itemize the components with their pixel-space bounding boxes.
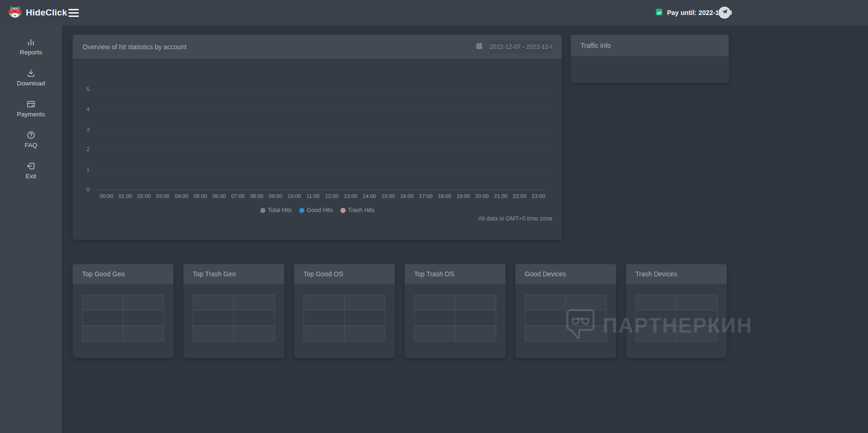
sidebar-item-faq[interactable]: FAQ [0,130,62,149]
exit-icon [26,161,36,171]
table-row [636,326,717,341]
table-cell [83,295,123,310]
table-cell [83,326,123,341]
chart-x-tick: 05:00 [194,193,207,199]
table-cell [415,326,455,341]
hit-statistics-chart: 00:0001:0002:0003:0004:0005:0006:0007:00… [73,59,562,240]
chart-x-tick: 23:00 [532,193,545,199]
table-cell [344,295,385,310]
table-cell [636,326,676,341]
chart-x-tick: 11:00 [307,193,320,199]
chart-plot-area: 00:0001:0002:0003:0004:0005:0006:0007:00… [95,89,545,190]
stat-card-trash-devices: Trash Devices [626,264,727,358]
table-cell [525,326,566,341]
chart-x-tick: 04:00 [175,193,189,199]
chart-legend: Total Hits Good Hits Trash Hits [73,207,562,213]
card-title: Top Good OS [294,264,395,284]
brand-name: HideClick [26,8,67,18]
sidebar-item-payments[interactable]: Payments [0,99,62,118]
bar-chart-icon [26,38,36,47]
legend-item-total-hits[interactable]: Total Hits [260,207,292,213]
chart-gridline [95,89,545,90]
menu-hamburger-icon[interactable] [68,7,80,18]
timezone-note: All data in GMT+0 time zone [478,215,552,222]
table-cell [455,295,496,310]
dashboard-page: HideClick Pay until: 2022-12-09 [0,0,868,433]
table-row [193,295,274,310]
main-content: Overview of hit statistics by account [62,25,868,433]
table-row [83,295,164,310]
table-row [83,326,164,341]
sidebar-item-download[interactable]: Download [0,68,62,87]
card-title: Top Trash Geo [183,264,284,284]
table-row [415,326,496,341]
chart-y-tick: 0 [74,187,90,192]
telegram-avatar-button[interactable] [718,7,731,19]
chart-x-tick: 00:00 [100,193,113,199]
card-title: Good Devices [515,264,616,284]
chart-x-tick: 12:00 [325,193,339,199]
sidebar-item-label: Download [17,80,45,87]
sidebar-item-reports[interactable]: Reports [0,38,62,56]
card-title: Top Trash OS [405,264,506,284]
sidebar-item-label: Payments [17,111,45,118]
table-row [304,295,385,310]
table-row [83,310,164,326]
chart-y-tick: 2 [74,146,90,152]
chart-gridline [95,190,545,190]
table-cell [676,295,717,310]
legend-color-dot [260,208,265,213]
table-cell [83,311,123,326]
table-row [304,326,385,341]
stat-card-good-devices: Good Devices [515,264,616,358]
chart-x-tick: 09:00 [269,193,282,199]
sidebar-nav: Reports Download Payments FAQ Exit [0,25,62,433]
chart-x-tick: 07:00 [231,193,245,199]
table-cell [193,326,234,341]
paper-plane-icon [721,8,728,17]
table-cell [636,311,676,326]
chart-gridline [95,129,545,130]
traffic-info-header: Traffic info [571,35,729,56]
table-cell [234,295,274,310]
legend-item-good-hits[interactable]: Good Hits [299,207,333,213]
panel-title: Traffic info [581,42,611,49]
legend-label: Good Hits [307,207,333,213]
chart-gridline [95,109,545,110]
chart-x-tick: 01:00 [119,193,132,199]
hit-statistics-header: Overview of hit statistics by account [73,35,562,59]
table-cell [123,311,164,326]
table-cell [415,295,455,310]
chart-y-tick: 4 [74,106,90,112]
table-cell [123,326,164,341]
card-table [193,295,275,342]
table-row [525,326,606,341]
table-cell [344,311,385,326]
table-row [415,295,496,310]
question-circle-icon [26,130,36,140]
sidebar-item-label: Exit [26,173,37,180]
stat-card-top-trash-geo: Top Trash Geo [183,264,284,358]
date-range-picker [476,35,552,59]
table-cell [304,326,344,341]
chart-x-tick: 13:00 [344,193,357,199]
legend-color-dot [340,208,346,213]
chart-x-tick: 10:00 [287,193,301,199]
legend-item-trash-hits[interactable]: Trash Hits [340,207,375,213]
calendar-icon[interactable] [476,42,483,51]
table-cell [525,295,566,310]
table-row [304,310,385,326]
chart-x-tick: 21:00 [494,193,508,199]
sidebar-item-label: Reports [20,49,42,56]
table-cell [455,326,496,341]
chart-x-tick: 15:00 [381,193,395,199]
chart-x-tick: 14:00 [362,193,376,199]
date-range-input[interactable] [490,40,552,53]
table-cell [676,311,717,326]
card-table [303,295,385,342]
brand-logo[interactable]: HideClick [8,0,67,25]
sidebar-item-exit[interactable]: Exit [0,161,62,180]
chart-x-axis: 00:0001:0002:0003:0004:0005:0006:0007:00… [95,193,545,200]
table-cell [234,326,274,341]
chart-x-tick: 16:00 [400,193,414,199]
